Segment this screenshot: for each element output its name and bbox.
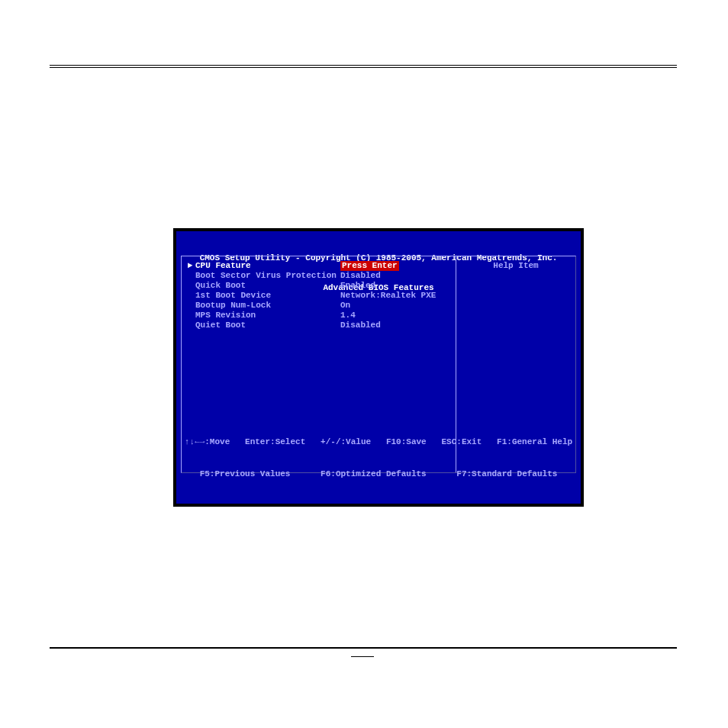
row-marker-icon [185,271,195,281]
setting-value: Press Enter [340,261,399,271]
setting-label: Bootup Num-Lock [195,301,340,311]
bios-screenshot: CMOS Setup Utility - Copyright (C) 1985-… [173,228,584,507]
setting-label: MPS Revision [195,311,340,321]
bios-window: CMOS Setup Utility - Copyright (C) 1985-… [176,231,581,504]
bios-footer: ↑↓←→:Move Enter:Select +/-/:Value F10:Sa… [181,415,576,501]
row-marker-icon [185,291,195,301]
footer-keys-line2: F5:Previous Values F6:Optimized Defaults… [181,469,576,479]
setting-row[interactable]: Quick BootEnabled [185,281,453,291]
row-marker-icon [185,301,195,311]
setting-label: CPU Feature [195,261,340,271]
page-number-marker [351,656,374,657]
setting-value: On [340,301,350,311]
setting-row[interactable]: ►CPU FeaturePress Enter [185,261,453,271]
setting-row[interactable]: 1st Boot DeviceNetwork:Realtek PXE [185,291,453,301]
footer-rule [50,647,677,649]
setting-row[interactable]: MPS Revision1.4 [185,311,453,321]
header-rule [50,65,677,68]
document-page: CMOS Setup Utility - Copyright (C) 1985-… [0,0,728,728]
setting-value: 1.4 [340,311,356,321]
setting-row[interactable]: Bootup Num-LockOn [185,301,453,311]
setting-value: Disabled [340,271,381,281]
setting-value: Enabled [340,281,375,291]
footer-keys-line1: ↑↓←→:Move Enter:Select +/-/:Value F10:Sa… [181,436,576,447]
row-marker-icon [185,311,195,321]
row-marker-icon: ► [185,261,195,271]
help-title: Help Item [459,261,572,270]
row-marker-icon [185,281,195,291]
setting-row[interactable]: Boot Sector Virus ProtectionDisabled [185,271,453,281]
setting-label: 1st Boot Device [195,291,340,301]
setting-row[interactable]: Quiet BootDisabled [185,321,453,330]
row-marker-icon [185,321,195,330]
setting-value: Disabled [340,321,381,330]
setting-label: Boot Sector Virus Protection [195,271,340,281]
setting-value: Network:Realtek PXE [340,291,436,301]
setting-label: Quiet Boot [195,321,340,330]
setting-label: Quick Boot [195,281,340,291]
